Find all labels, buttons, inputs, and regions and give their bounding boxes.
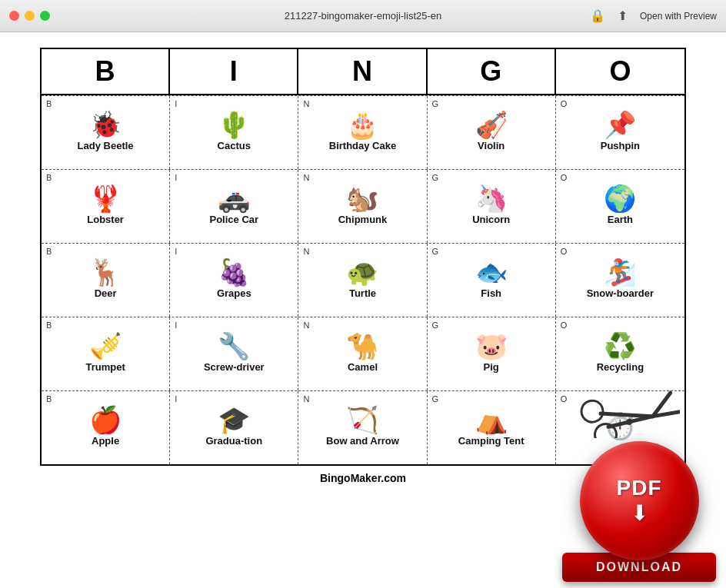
close-button[interactable] [9, 11, 19, 21]
bingo-row-1: B 🐞 Lady Beetle I 🌵 Cactus N 🎂 Birthday … [42, 95, 684, 169]
cell-2-5: O 🌍 Earth [556, 170, 684, 243]
svg-line-1 [601, 392, 653, 438]
cell-1-4: G 🎻 Violin [428, 96, 556, 169]
cell-3-2: I 🍇 Grapes [170, 244, 298, 317]
cell-2-1: B 🦞 Lobster [42, 170, 170, 243]
svg-line-6 [653, 403, 680, 425]
cell-2-4: G 🦄 Unicorn [428, 170, 556, 243]
cell-3-1: B 🦌 Deer [42, 244, 170, 317]
cell-3-4: G 🐟 Fish [428, 244, 556, 317]
titlebar-right: 🔒 ⬆ Open with Preview [590, 8, 717, 23]
cell-5-2: I 🎓 Gradua-tion [170, 391, 298, 464]
cell-4-3: N 🐪 Camel [298, 317, 427, 390]
share-icon: ⬆ [618, 8, 628, 23]
header-n: N [298, 49, 427, 94]
minimize-button[interactable] [25, 11, 35, 21]
titlebar: 211227-bingomaker-emoji-list25-en 🔒 ⬆ Op… [0, 0, 726, 32]
content-area: B I N G O B 🐞 Lady Beetle I 🌵 Cactus N 🎂… [0, 32, 726, 588]
pdf-sphere: PDF ⬇ [580, 441, 699, 560]
bingo-header: B I N G O [42, 49, 684, 95]
maximize-button[interactable] [40, 11, 50, 21]
cell-3-3: N 🐢 Turtle [298, 244, 427, 317]
cell-5-4: G ⛺ Camping Tent [428, 391, 556, 464]
scissors-icon [580, 377, 680, 438]
cell-4-4: G 🐷 Pig [428, 317, 556, 390]
svg-point-0 [580, 397, 607, 426]
header-i: I [170, 49, 298, 94]
cell-4-2: I 🔧 Screw-driver [170, 317, 298, 390]
cell-4-1: B 🎺 Trumpet [42, 317, 170, 390]
cell-2-2: I 🚓 Police Car [170, 170, 298, 243]
cell-1-5: O 📌 Pushpin [556, 96, 684, 169]
bingo-row-3: B 🦌 Deer I 🍇 Grapes N 🐢 Turtle G 🐟 Fish … [42, 243, 684, 317]
svg-point-4 [625, 417, 634, 426]
lock-icon: 🔒 [590, 8, 605, 23]
window-controls [9, 11, 50, 21]
header-b: B [42, 49, 170, 94]
header-g: G [428, 49, 556, 94]
window-title: 211227-bingomaker-emoji-list25-en [285, 10, 442, 22]
cell-3-5: O 🏂 Snow-boarder [556, 244, 684, 317]
header-o: O [556, 49, 684, 94]
cell-2-3: N 🐿️ Chipmunk [298, 170, 427, 243]
bingomaker-url: BingoMaker.com [320, 472, 406, 484]
pdf-label: PDF [617, 476, 662, 500]
bingo-row-2: B 🦞 Lobster I 🚓 Police Car N 🐿️ Chipmunk… [42, 169, 684, 243]
cell-5-1: B 🍎 Apple [42, 391, 170, 464]
cell-5-3: N 🏹 Bow and Arrow [298, 391, 427, 464]
pdf-download-button[interactable]: PDF ⬇ DOWNLOAD [558, 440, 720, 582]
open-preview-button[interactable]: Open with Preview [640, 11, 717, 22]
pdf-arrow-icon: ⬇ [631, 500, 648, 526]
cell-1-2: I 🌵 Cactus [170, 96, 298, 169]
cell-1-1: B 🐞 Lady Beetle [42, 96, 170, 169]
cell-1-3: N 🎂 Birthday Cake [298, 96, 427, 169]
